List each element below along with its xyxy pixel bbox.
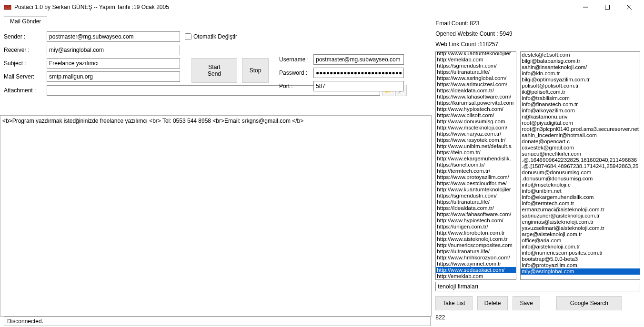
url-list-item[interactable]: https://sonel.com.tr/ (436, 162, 516, 168)
url-list-item[interactable]: https://www.arimucizesi.com/ (436, 81, 516, 88)
email-list-item[interactable]: info@protoyazilim.com (521, 262, 640, 268)
url-list-item[interactable]: https://www.naryaz.com.tr/ (436, 131, 516, 137)
email-list-item[interactable]: sabriuzuner@aisteknoloji.com.tr (521, 213, 640, 219)
url-list-item[interactable]: https://idealdata.com.tr/ (436, 88, 516, 94)
save-button[interactable]: Save (513, 296, 540, 310)
email-list-item[interactable]: info@mscteknoloji.c (521, 182, 640, 188)
url-list-item[interactable]: http://www.fibrobeton.com.tr (436, 230, 516, 236)
stop-button[interactable]: Stop (242, 58, 269, 83)
auto-change-checkbox[interactable]: Otomatik Değiştir (185, 33, 237, 40)
email-list-item[interactable]: info@finanstech.com.tr (521, 101, 640, 108)
email-list-item[interactable]: sahin_incedemir@hotmail.com (521, 132, 640, 139)
url-list-item[interactable]: https://unigen.com.tr/ (436, 224, 516, 230)
url-list-item[interactable]: http://www.aisteknoloji.com.tr (436, 236, 516, 242)
url-list-item[interactable]: http://www.ekargemuhendislik. (436, 156, 516, 162)
email-list-item[interactable]: info@ekargemuhendislik.com (521, 194, 640, 200)
url-list-item[interactable]: http://numericscomposites.com (436, 242, 516, 248)
url-list-item[interactable]: https://tein.com.tr/ (436, 149, 516, 156)
email-list-item[interactable]: info@termtech.com.tr (521, 200, 640, 207)
url-list-item[interactable]: http://www.unibim.net/default.a (436, 143, 516, 149)
minimize-button[interactable] (574, 0, 596, 14)
url-list-item[interactable]: https://www.rasyotek.com.tr/ (436, 137, 516, 143)
url-list-item[interactable]: https://sgmendustri.com/ (436, 193, 516, 199)
url-list-item[interactable]: https://ultranatura.life/ (436, 69, 516, 75)
url-list-item[interactable]: https://idealdata.com.tr/ (436, 205, 516, 211)
email-list-item[interactable]: yavuzselimari@aisteknoloji.com.tr (521, 225, 640, 231)
url-list-item[interactable]: http://www.kuantumteknolojiler (436, 51, 516, 57)
email-list-item[interactable]: info@aisteknoloji.com.tr (521, 244, 640, 250)
url-list-item[interactable]: https://sgmendustri.com/ (436, 63, 516, 69)
email-list-item[interactable]: .donusum@donusumisg.com (521, 176, 640, 182)
email-list-item[interactable]: sahin@insanteknoloji.com/ (521, 64, 640, 70)
email-list-item[interactable]: .@.[15874684,48967238.1714241,25942863,2… (521, 163, 640, 169)
email-list-item[interactable]: enginnas@aistekrıoloji.com.tr (521, 219, 640, 225)
maximize-button[interactable] (596, 0, 618, 14)
tab-mail-gonder[interactable]: Mail Gönder (4, 16, 47, 26)
email-list-item[interactable]: sunucu@incefikirler.com (521, 151, 640, 157)
email-list-item[interactable]: root@piyadigital.com (521, 120, 640, 126)
email-list-item[interactable]: info@kln.com.tr (521, 70, 640, 77)
url-list-item[interactable]: http://www.kuantumteknolojiler (436, 187, 516, 193)
subject-input[interactable] (47, 58, 180, 69)
email-list-item[interactable]: ermanzurnaci@aisteknoloji.com.tr (521, 207, 640, 213)
close-button[interactable] (618, 0, 640, 14)
email-list-item[interactable]: donate@opencart.c (521, 139, 640, 145)
url-list-item[interactable]: https://www.asringlobal.com/ (436, 75, 516, 81)
url-list-item[interactable]: http://www.sedasakaci.com/ (436, 267, 516, 273)
url-listbox[interactable]: http://www.kuantumteknolojilerhttp://eme… (435, 51, 516, 280)
email-list-item[interactable]: cavestek@gmail.com (521, 145, 640, 151)
username-input[interactable] (313, 54, 404, 65)
email-list-item[interactable]: .@.1646909642232825,181602040,211496836 (521, 157, 640, 163)
password-input[interactable] (313, 68, 404, 78)
email-list-item[interactable]: bootstrap@5.0.0-beta3 (521, 256, 640, 262)
mailserver-input[interactable] (47, 71, 180, 82)
message-body[interactable]: <b>Program yazdırmak istedğininizde free… (0, 115, 432, 317)
email-listbox[interactable]: destek@c1soft.combilgi@balabanisg.com.tr… (520, 51, 640, 280)
receiver-input[interactable] (47, 45, 180, 55)
email-list-item[interactable]: ik@polisoft.com.tr (521, 89, 640, 95)
auto-change-box[interactable] (185, 33, 191, 40)
email-count-label: Email Count: 823 (435, 20, 640, 27)
url-list-item[interactable]: https://kurumsal.powervital.com (436, 100, 516, 106)
port-input[interactable] (313, 81, 404, 91)
email-list-item[interactable]: arge@aisteknoloji.com.tr (521, 231, 640, 238)
search-input[interactable] (435, 282, 640, 291)
email-list-item[interactable]: miy@asringlobal.com (521, 268, 640, 275)
email-list-item[interactable]: bilgi@balabanisg.com.tr (521, 58, 640, 64)
sender-label: Sender : (4, 33, 47, 40)
email-list-item[interactable]: polisoft@polisoft.com.tr (521, 83, 640, 89)
url-list-item[interactable]: http://emeklab.com (436, 57, 516, 63)
url-list-item[interactable]: https://www.bilsoft.com/ (436, 112, 516, 119)
url-list-item[interactable]: https://www.aymnet.com.tr (436, 261, 516, 267)
email-list-item[interactable]: donusum@donusumisg.com (521, 169, 640, 176)
take-list-button[interactable]: Take List (435, 296, 472, 310)
url-list-item[interactable]: http://termtech.com.tr/ (436, 168, 516, 174)
email-list-item[interactable]: info@trabilisim.com (521, 95, 640, 101)
url-list-item[interactable]: https://www.fahasoftware.com/ (436, 94, 516, 100)
url-list-item[interactable]: http://www.hmhkorozyon.com/ (436, 255, 516, 261)
email-list-item[interactable]: bilgi@optimusyazilim.com.tr (521, 77, 640, 83)
window-title: Postacı 1.0 by Serkan GÜNEŞ -- Yapım Tar… (14, 4, 574, 10)
url-list-item[interactable]: http://www.hypiostech.com/ (436, 106, 516, 112)
email-list-item[interactable]: n@kastamonu.unv (521, 114, 640, 120)
email-list-item[interactable]: destek@c1soft.com (521, 52, 640, 58)
start-send-button[interactable]: Start Send (191, 58, 237, 83)
google-search-button[interactable]: Google Search (556, 296, 622, 310)
email-list-item[interactable]: info@numericscomposites.com.tr (521, 250, 640, 256)
url-list-item[interactable]: http://emeklab.com (436, 273, 516, 279)
url-list-item[interactable]: https://www.protoyazilim.com/ (436, 174, 516, 180)
url-list-item[interactable]: http://www.mscteknoloji.com/ (436, 125, 516, 131)
url-list-item[interactable]: http://www.donusumisg.com (436, 119, 516, 125)
email-list-item[interactable]: root@n3plcpnl0140.prod.ams3.secureserver… (521, 126, 640, 132)
sender-input[interactable] (47, 31, 180, 42)
delete-button[interactable]: Delete (477, 296, 508, 310)
url-list-item[interactable]: http://www.hypiostech.com/ (436, 218, 516, 224)
email-list-item[interactable]: office@aria.com (521, 238, 640, 244)
url-list-item[interactable]: https://www.fahasoftware.com/ (436, 211, 516, 218)
email-list-item[interactable]: info@alkoyazilim.com (521, 108, 640, 114)
url-list-item[interactable]: https://ultranatura.life/ (436, 248, 516, 255)
weblink-count-label: Web Link Count :118257 (435, 41, 640, 48)
url-list-item[interactable]: https://ultranatura.life/ (436, 199, 516, 205)
url-list-item[interactable]: https://www.bestcloudfor.me/ (436, 180, 516, 187)
email-list-item[interactable]: info@unibim.net (521, 188, 640, 194)
